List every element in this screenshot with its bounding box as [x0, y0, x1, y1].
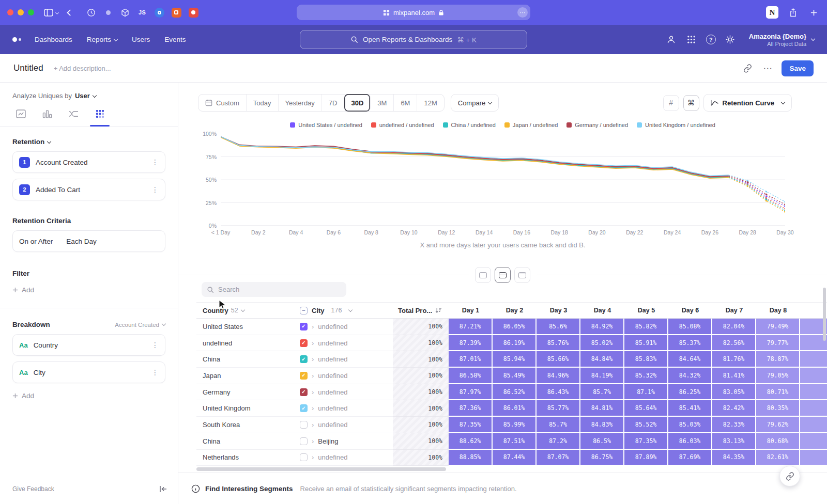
new-tab-button[interactable]: [807, 6, 820, 19]
city-cell[interactable]: ›Beijing: [295, 433, 393, 450]
more-options-button[interactable]: ⋯: [763, 63, 772, 74]
row-checkbox[interactable]: ✓: [300, 323, 308, 330]
retention-value-cell[interactable]: 84.32%: [668, 368, 712, 384]
city-cell[interactable]: ✓›undefined: [295, 335, 393, 352]
total-column-header[interactable]: Total Pro...: [393, 303, 449, 318]
row-checkbox[interactable]: ✓: [300, 404, 308, 412]
day-column-header[interactable]: Day 4: [580, 303, 624, 318]
retention-value-cell[interactable]: 79.05%: [756, 368, 800, 384]
retention-value-cell[interactable]: 86.58%: [449, 368, 493, 384]
retention-value-cell[interactable]: 86.52%: [493, 384, 537, 401]
date-range-yesterday[interactable]: Yesterday: [279, 94, 322, 111]
date-range-7d[interactable]: 7D: [322, 94, 345, 111]
retention-value-cell[interactable]: 84.83%: [580, 417, 624, 433]
retention-value-cell[interactable]: 84.92%: [580, 319, 624, 335]
retention-value-cell[interactable]: 87.89%: [624, 450, 668, 466]
retention-value-cell[interactable]: 86.01%: [493, 400, 537, 417]
day-column-header[interactable]: Day 5: [624, 303, 668, 318]
retention-value-cell[interactable]: 88.85%: [449, 450, 493, 466]
retention-section-heading[interactable]: Retention: [12, 138, 51, 146]
more-options-icon[interactable]: ⋮: [151, 158, 159, 166]
retention-value-cell[interactable]: 87.1%: [624, 384, 668, 401]
breakdown-scope-dropdown[interactable]: Account Created: [115, 322, 165, 328]
country-cell[interactable]: China: [196, 433, 295, 450]
country-cell[interactable]: China: [196, 351, 295, 368]
row-checkbox[interactable]: ✓: [300, 339, 308, 347]
retention-value-cell[interactable]: 86.05%: [493, 319, 537, 335]
retention-value-cell[interactable]: 88.62%: [449, 433, 493, 450]
add-breakdown-button[interactable]: Add: [12, 391, 165, 400]
analyze-entity-dropdown[interactable]: User: [75, 92, 96, 100]
copy-link-icon[interactable]: [741, 62, 754, 74]
retention-value-cell[interactable]: 80.71%: [756, 384, 800, 401]
global-search[interactable]: Open Reports & Dashboards ⌘ + K: [300, 30, 527, 49]
retention-value-cell[interactable]: 84.19%: [580, 368, 624, 384]
retention-value-cell[interactable]: 85.99%: [493, 417, 537, 433]
add-description-button[interactable]: + Add description...: [54, 65, 111, 72]
country-cell[interactable]: Netherlands: [196, 450, 295, 466]
retention-step-card[interactable]: 2Added To Cart⋮: [12, 179, 165, 200]
date-range-today[interactable]: Today: [247, 94, 279, 111]
day-column-header[interactable]: Day 1: [449, 303, 493, 318]
retention-value-cell[interactable]: 85.94%: [493, 351, 537, 368]
expand-chevron-icon[interactable]: ›: [312, 437, 314, 445]
nav-item-reports[interactable]: Reports: [87, 36, 117, 43]
legend-item[interactable]: China / undefined: [443, 122, 496, 128]
retention-value-cell[interactable]: 84.96%: [537, 368, 580, 384]
country-cell[interactable]: United Kingdom: [196, 400, 295, 417]
retention-value-cell[interactable]: 85.66%: [537, 351, 580, 368]
tab-funnels[interactable]: [41, 108, 53, 119]
retention-value-cell[interactable]: 85.03%: [668, 417, 712, 433]
city-cell[interactable]: ✓›undefined: [295, 368, 393, 384]
share-icon[interactable]: [787, 6, 799, 19]
nav-item-users[interactable]: Users: [132, 36, 150, 43]
expand-chevron-icon[interactable]: ›: [312, 323, 314, 330]
retention-value-cell[interactable]: 86.03%: [668, 433, 712, 450]
retention-value-cell[interactable]: 82.33%: [712, 417, 756, 433]
report-title[interactable]: Untitled: [13, 63, 43, 73]
row-checkbox[interactable]: ✓: [300, 388, 308, 396]
chevron-down-icon[interactable]: [55, 10, 59, 14]
city-cell[interactable]: ›undefined: [295, 450, 393, 466]
user-report-icon[interactable]: [666, 34, 677, 45]
blue-circle-extension-icon[interactable]: [154, 7, 165, 18]
country-cell[interactable]: South Korea: [196, 417, 295, 433]
retention-value-cell[interactable]: 87.07%: [537, 450, 580, 466]
country-cell[interactable]: undefined: [196, 335, 295, 352]
city-cell[interactable]: ✓›undefined: [295, 351, 393, 368]
mixpanel-logo[interactable]: [12, 37, 21, 42]
retention-value-cell[interactable]: 86.43%: [537, 384, 580, 401]
retention-value-cell[interactable]: 79.62%: [756, 417, 800, 433]
retention-value-cell[interactable]: 80.35%: [756, 400, 800, 417]
address-more-button[interactable]: ⋯: [517, 7, 528, 18]
view-chart-only-button[interactable]: [475, 267, 491, 283]
keyboard-shortcuts-button[interactable]: ⌘: [683, 95, 699, 111]
search-input[interactable]: [218, 286, 341, 293]
maximize-window-button[interactable]: [28, 9, 34, 15]
segments-title[interactable]: Find Interesting Segments: [205, 485, 293, 493]
row-checkbox[interactable]: [300, 437, 308, 445]
country-cell[interactable]: United States: [196, 319, 295, 335]
retention-value-cell[interactable]: 87.69%: [668, 450, 712, 466]
more-options-icon[interactable]: ⋮: [151, 185, 159, 194]
country-cell[interactable]: Japan: [196, 368, 295, 384]
save-button[interactable]: Save: [782, 60, 814, 76]
retention-value-cell[interactable]: 85.41%: [668, 400, 712, 417]
give-feedback-link[interactable]: Give Feedback: [12, 485, 54, 493]
expand-chevron-icon[interactable]: ›: [312, 404, 314, 412]
cube-extension-icon[interactable]: [119, 7, 131, 18]
retention-chart[interactable]: [221, 134, 785, 226]
retention-value-cell[interactable]: 85.32%: [624, 368, 668, 384]
retention-value-cell[interactable]: 85.52%: [624, 417, 668, 433]
nav-item-events[interactable]: Events: [164, 36, 186, 43]
day-column-header[interactable]: Day 7: [712, 303, 756, 318]
expand-chevron-icon[interactable]: ›: [312, 388, 314, 396]
js-extension-icon[interactable]: JS: [136, 7, 148, 18]
retention-value-cell[interactable]: 79.77%: [756, 335, 800, 352]
expand-chevron-icon[interactable]: ›: [312, 453, 314, 461]
nav-item-dashboards[interactable]: Dashboards: [35, 36, 72, 43]
retention-step-card[interactable]: 1Account Created⋮: [12, 151, 165, 173]
notion-icon[interactable]: N: [766, 6, 778, 19]
retention-value-cell[interactable]: 85.49%: [493, 368, 537, 384]
date-range-6m[interactable]: 6M: [394, 94, 417, 111]
